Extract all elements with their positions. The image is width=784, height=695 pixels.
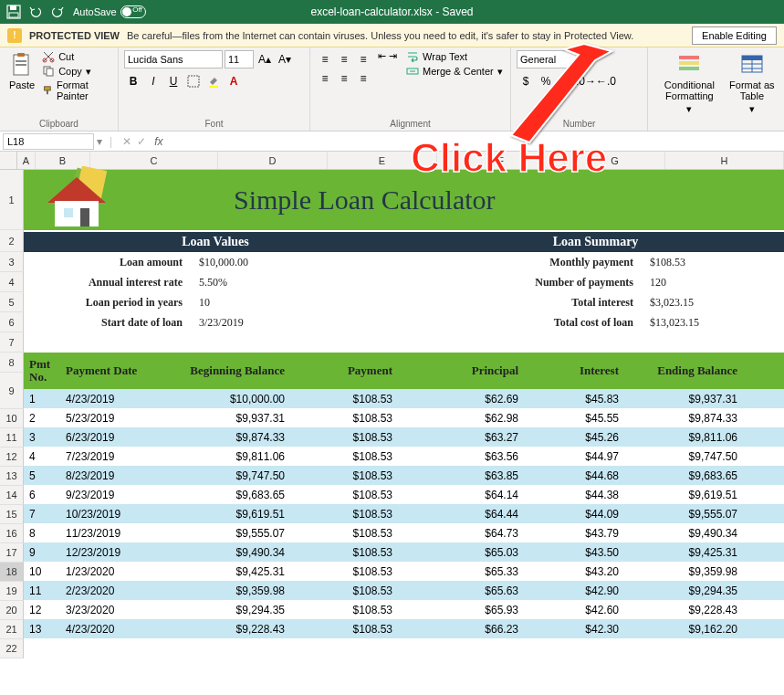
row-header[interactable]: 19: [0, 582, 24, 601]
bold-button[interactable]: B: [124, 72, 142, 90]
merge-center-button[interactable]: Merge & Center ▾: [406, 65, 503, 78]
comma-button[interactable]: ,: [557, 72, 575, 90]
decrease-font-icon[interactable]: A▾: [276, 50, 294, 68]
row-header[interactable]: 4: [0, 272, 24, 292]
schedule-row[interactable]: 912/23/2019$9,490.34$108.53$65.03$43.50$…: [24, 542, 784, 562]
wrap-text-button[interactable]: Wrap Text: [406, 50, 503, 63]
cancel-formula-icon[interactable]: ✕: [120, 135, 134, 148]
row-header[interactable]: 9: [0, 373, 24, 409]
number-group-label: Number: [517, 117, 642, 129]
banner-title: Simple Loan Calculator: [234, 184, 496, 216]
formula-bar: ▾ | ✕ ✓ fx: [0, 132, 784, 152]
loan-summary-row: Total interest$3,023.15: [407, 292, 784, 312]
schedule-row[interactable]: 123/23/2020$9,294.35$108.53$65.93$42.60$…: [24, 600, 784, 619]
loan-values-row: Start date of loan3/23/2019: [24, 312, 407, 332]
font-size-input[interactable]: [225, 50, 254, 68]
increase-decimal-button[interactable]: .0→: [577, 72, 595, 90]
row-header[interactable]: 15: [0, 505, 24, 524]
svg-rect-14: [209, 86, 218, 88]
border-button[interactable]: [184, 72, 203, 90]
select-all-corner[interactable]: [0, 152, 17, 169]
fill-color-button[interactable]: [204, 72, 223, 90]
row-header[interactable]: 11: [0, 428, 24, 448]
row-header[interactable]: 3: [0, 252, 24, 272]
svg-rect-28: [64, 208, 73, 217]
enable-editing-button[interactable]: Enable Editing: [692, 26, 777, 45]
row-header[interactable]: 1: [0, 170, 24, 230]
save-icon[interactable]: [5, 4, 22, 20]
svg-rect-6: [16, 64, 26, 66]
column-header[interactable]: G: [565, 152, 665, 169]
row-header[interactable]: 18: [0, 563, 24, 582]
row-header[interactable]: 14: [0, 486, 24, 505]
styles-group-label: [653, 127, 779, 129]
percent-button[interactable]: %: [537, 72, 555, 90]
alignment-group-label: Alignment: [316, 117, 505, 129]
schedule-row[interactable]: 811/23/2019$9,555.07$108.53$64.73$43.79$…: [24, 523, 784, 542]
cut-button[interactable]: Cut: [42, 50, 112, 63]
number-format-input[interactable]: [517, 50, 586, 68]
undo-icon[interactable]: [27, 4, 44, 20]
copy-button[interactable]: Copy ▾: [42, 65, 112, 78]
row-header[interactable]: 2: [0, 230, 24, 252]
row-header[interactable]: 6: [0, 312, 24, 332]
format-painter-button[interactable]: Format Painter: [42, 79, 112, 101]
row-header[interactable]: 5: [0, 292, 24, 312]
loan-summary-row: Monthly payment$108.53: [407, 252, 784, 272]
indent-buttons[interactable]: ⇤ ⇥: [378, 50, 397, 62]
underline-button[interactable]: U: [164, 72, 183, 90]
row-header[interactable]: 16: [0, 524, 24, 543]
worksheet[interactable]: Simple Loan Calculator Loan Values Loan …: [24, 170, 784, 658]
column-header[interactable]: F: [437, 152, 565, 169]
row-header[interactable]: 20: [0, 601, 24, 620]
svg-rect-11: [45, 87, 51, 90]
conditional-formatting-button[interactable]: Conditional Formatting ▾: [653, 50, 726, 117]
font-color-button[interactable]: A: [225, 72, 243, 90]
autosave-label: AutoSave: [73, 6, 117, 17]
paste-button[interactable]: Paste: [5, 50, 38, 92]
column-header[interactable]: E: [328, 152, 437, 169]
loan-summary-head: Loan Summary: [407, 232, 784, 252]
schedule-row[interactable]: 58/23/2019$9,747.50$108.53$63.85$44.68$9…: [24, 466, 784, 485]
namebox-dropdown-icon[interactable]: ▾: [97, 135, 102, 148]
schedule-row[interactable]: 112/23/2020$9,359.98$108.53$65.63$42.90$…: [24, 581, 784, 600]
loan-values-row: Loan period in years10: [24, 292, 407, 312]
name-box[interactable]: [3, 133, 94, 150]
alignment-grid[interactable]: ≡≡≡ ≡≡≡: [316, 50, 372, 88]
fx-icon[interactable]: fx: [149, 135, 168, 148]
row-header[interactable]: 21: [0, 620, 24, 639]
schedule-row[interactable]: 69/23/2019$9,683.65$108.53$64.14$44.38$9…: [24, 485, 784, 504]
row-header[interactable]: 22: [0, 639, 24, 658]
autosave-toggle[interactable]: AutoSave Off: [73, 5, 146, 18]
clipboard-group-label: Clipboard: [5, 117, 112, 129]
row-header[interactable]: 7: [0, 332, 24, 353]
schedule-row[interactable]: 710/23/2019$9,619.51$108.53$64.44$44.09$…: [24, 504, 784, 523]
svg-rect-17: [679, 61, 699, 65]
format-as-table-button[interactable]: Format as Table ▾: [726, 50, 779, 117]
row-header[interactable]: 13: [0, 467, 24, 486]
redo-icon[interactable]: [49, 4, 66, 20]
ribbon: Paste Cut Copy ▾ Format Painter Clipboar…: [0, 47, 784, 132]
font-name-input[interactable]: [124, 50, 223, 68]
schedule-row[interactable]: 47/23/2019$9,811.06$108.53$63.56$44.97$9…: [24, 447, 784, 466]
decrease-decimal-button[interactable]: ←.0: [597, 72, 615, 90]
loan-values-row: Annual interest rate5.50%: [24, 272, 407, 292]
schedule-row[interactable]: 36/23/2019$9,874.33$108.53$63.27$45.26$9…: [24, 427, 784, 447]
column-header[interactable]: H: [665, 152, 784, 169]
column-header[interactable]: D: [218, 152, 328, 169]
schedule-row[interactable]: 25/23/2019$9,937.31$108.53$62.98$45.55$9…: [24, 408, 784, 427]
enter-formula-icon[interactable]: ✓: [134, 135, 149, 148]
row-header[interactable]: 8: [0, 353, 24, 373]
increase-font-icon[interactable]: A▴: [256, 50, 274, 68]
italic-button[interactable]: I: [144, 72, 162, 90]
row-header[interactable]: 12: [0, 448, 24, 467]
schedule-row[interactable]: 101/23/2020$9,425.31$108.53$65.33$43.20$…: [24, 562, 784, 581]
schedule-row[interactable]: 134/23/2020$9,228.43$108.53$66.23$42.30$…: [24, 619, 784, 638]
currency-button[interactable]: $: [517, 72, 535, 90]
svg-rect-29: [80, 208, 89, 226]
protected-view-message: Be careful—files from the Internet can c…: [127, 30, 685, 41]
row-header[interactable]: 17: [0, 543, 24, 563]
schedule-row[interactable]: 14/23/2019$10,000.00$108.53$62.69$45.83$…: [24, 389, 784, 408]
row-header[interactable]: 10: [0, 409, 24, 428]
column-header[interactable]: A: [17, 152, 36, 169]
